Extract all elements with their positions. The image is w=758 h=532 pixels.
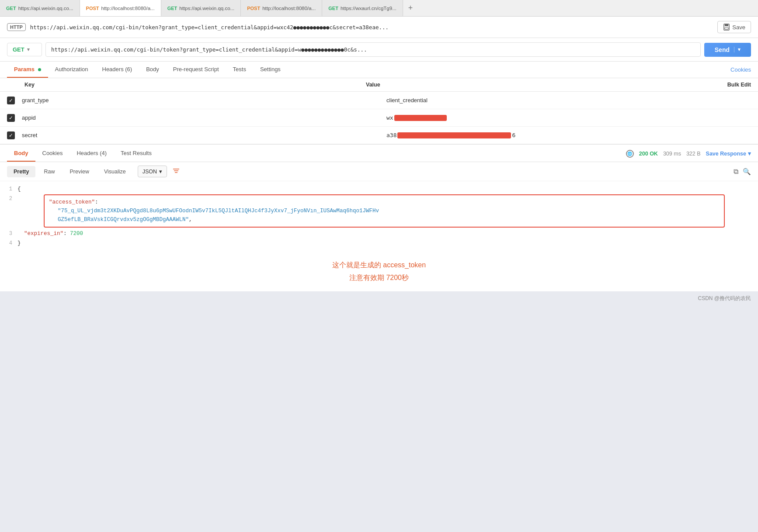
add-tab-button[interactable]: + bbox=[403, 0, 418, 16]
tab-1-method: GET bbox=[6, 6, 16, 11]
param-row-grant-type: ✓ grant_type client_credential bbox=[0, 92, 758, 109]
save-icon bbox=[723, 24, 730, 31]
save-response-button[interactable]: Save Response ▾ bbox=[706, 150, 751, 157]
param-value-secret: a386 bbox=[386, 132, 751, 139]
tab-2[interactable]: POST http://localhost:8080/a... bbox=[80, 0, 161, 16]
method-select[interactable]: GET ▾ bbox=[7, 43, 42, 56]
param-row-secret: ✓ secret a386 bbox=[0, 127, 758, 144]
tab-3-url: https://api.weixin.qq.co... bbox=[179, 6, 234, 11]
save-button[interactable]: Save bbox=[717, 21, 751, 33]
tab-2-url: http://localhost:8080/a... bbox=[101, 6, 155, 11]
resp-tab-cookies-label: Cookies bbox=[42, 150, 63, 156]
main-container: GET https://api.weixin.qq.co... POST htt… bbox=[0, 0, 758, 532]
col-bulk-header: Bulk Edit bbox=[707, 82, 751, 88]
tab-5-url: https://wxaurl.cn/cgTg9... bbox=[341, 6, 396, 11]
format-bar: Pretty Raw Preview Visualize JSON ▾ ⧉ bbox=[0, 162, 758, 181]
tab-tests-label: Tests bbox=[233, 66, 246, 73]
line-num-4: 4 bbox=[0, 239, 17, 248]
save-response-chevron-icon: ▾ bbox=[748, 150, 751, 157]
code-line-4: 4 } bbox=[0, 239, 758, 249]
tab-1[interactable]: GET https://api.weixin.qq.co... bbox=[0, 0, 80, 16]
send-button[interactable]: Send ▾ bbox=[704, 43, 751, 57]
annotation-line2: 注意有效期 7200秒 bbox=[7, 272, 751, 284]
tab-settings[interactable]: Settings bbox=[253, 62, 288, 78]
line-num-2: 2 bbox=[0, 194, 17, 203]
resp-tab-headers[interactable]: Headers (4) bbox=[70, 145, 114, 162]
tab-3[interactable]: GET https://api.weixin.qq.co... bbox=[161, 0, 241, 16]
tab-4[interactable]: POST http://localhost:8080/a... bbox=[241, 0, 322, 16]
resp-tab-body-label: Body bbox=[14, 150, 28, 156]
cookies-link[interactable]: Cookies bbox=[730, 66, 751, 73]
tab-params[interactable]: Params bbox=[7, 62, 48, 78]
tab-prerequest[interactable]: Pre-request Script bbox=[166, 62, 226, 78]
method-chevron-icon: ▾ bbox=[27, 47, 30, 52]
annotation: 这个就是生成的 access_token 注意有效期 7200秒 bbox=[0, 252, 758, 291]
response-section: Body Cookies Headers (4) Test Results 🌐 … bbox=[0, 145, 758, 291]
tab-4-url: http://localhost:8080/a... bbox=[262, 6, 316, 11]
response-tabs: Body Cookies Headers (4) Test Results 🌐 … bbox=[0, 145, 758, 162]
code-line-1: 1 { bbox=[0, 185, 758, 194]
tab-body[interactable]: Body bbox=[139, 62, 166, 78]
tab-1-url: https://api.weixin.qq.co... bbox=[18, 6, 73, 11]
tab-5-method: GET bbox=[328, 6, 338, 11]
svg-rect-1 bbox=[725, 24, 728, 26]
resp-tab-cookies[interactable]: Cookies bbox=[35, 145, 70, 162]
format-select[interactable]: JSON ▾ bbox=[138, 166, 167, 177]
http-badge: HTTP bbox=[7, 23, 26, 31]
line-content-2: "access_token": "75_q_UL_vjdm3t2XKDuAvPQ… bbox=[17, 194, 758, 228]
tab-settings-label: Settings bbox=[260, 66, 281, 73]
code-line-3: 3 "expires_in": 7200 bbox=[0, 229, 758, 239]
params-header: Key Value Bulk Edit bbox=[0, 78, 758, 92]
tab-4-method: POST bbox=[247, 6, 260, 11]
tab-3-method: GET bbox=[167, 6, 177, 11]
save-response-label: Save Response bbox=[706, 151, 746, 157]
fmt-tab-pretty[interactable]: Pretty bbox=[7, 166, 35, 177]
line-content-1: { bbox=[17, 185, 758, 193]
param-value-appid: wx bbox=[386, 114, 751, 121]
footer-text: CSDN @撸代码的农民 bbox=[698, 295, 751, 302]
response-time: 309 ms bbox=[663, 151, 681, 157]
fmt-tab-visualize[interactable]: Visualize bbox=[97, 166, 132, 177]
param-row-appid: ✓ appid wx bbox=[0, 109, 758, 127]
code-view: 1 { 2 "access_token": "75_q_UL_vjdm3t bbox=[0, 181, 758, 252]
line-num-1: 1 bbox=[0, 185, 17, 193]
param-value-grant-type: client_credential bbox=[386, 97, 751, 104]
tab-bar: GET https://api.weixin.qq.co... POST htt… bbox=[0, 0, 758, 17]
request-tabs: Params Authorization Headers (6) Body Pr… bbox=[0, 62, 758, 78]
send-dropdown-icon[interactable]: ▾ bbox=[734, 47, 741, 52]
method-value: GET bbox=[13, 46, 24, 53]
checkbox-secret[interactable]: ✓ bbox=[7, 131, 15, 139]
url-bar: HTTP https://api.weixin.qq.com/cgi-bin/t… bbox=[0, 17, 758, 38]
checkbox-appid[interactable]: ✓ bbox=[7, 114, 15, 122]
search-icon[interactable]: 🔍 bbox=[743, 168, 751, 176]
send-label: Send bbox=[715, 46, 730, 53]
fmt-tab-preview[interactable]: Preview bbox=[63, 166, 95, 177]
url-bar-text: https://api.weixin.qq.com/cgi-bin/token?… bbox=[30, 24, 713, 31]
resp-tab-testresults[interactable]: Test Results bbox=[114, 145, 159, 162]
checkbox-grant-type[interactable]: ✓ bbox=[7, 97, 15, 104]
tab-authorization[interactable]: Authorization bbox=[48, 62, 95, 78]
csdn-footer: CSDN @撸代码的农民 bbox=[0, 291, 758, 306]
svg-rect-2 bbox=[725, 28, 728, 29]
response-size: 322 B bbox=[686, 151, 701, 157]
tab-5[interactable]: GET https://wxaurl.cn/cgTg9... bbox=[322, 0, 403, 16]
copy-icon[interactable]: ⧉ bbox=[734, 168, 738, 176]
params-dot bbox=[38, 68, 41, 71]
col-key-header: Key bbox=[7, 82, 366, 88]
tab-params-label: Params bbox=[14, 66, 35, 73]
resp-tab-body[interactable]: Body bbox=[7, 145, 35, 162]
tab-headers[interactable]: Headers (6) bbox=[95, 62, 139, 78]
format-select-chevron-icon: ▾ bbox=[159, 168, 162, 175]
tab-prerequest-label: Pre-request Script bbox=[173, 66, 219, 73]
fmt-tab-raw[interactable]: Raw bbox=[37, 166, 61, 177]
col-value-header: Value bbox=[366, 82, 707, 88]
params-section: Key Value Bulk Edit ✓ grant_type client_… bbox=[0, 78, 758, 145]
tab-body-label: Body bbox=[146, 66, 159, 73]
tab-2-method: POST bbox=[86, 6, 99, 11]
tab-tests[interactable]: Tests bbox=[226, 62, 253, 78]
url-input[interactable] bbox=[45, 42, 701, 57]
tab-authorization-label: Authorization bbox=[55, 66, 88, 73]
filter-icon[interactable] bbox=[172, 167, 180, 176]
postman-window: GET https://api.weixin.qq.co... POST htt… bbox=[0, 0, 758, 306]
param-key-grant-type: grant_type bbox=[15, 97, 386, 104]
